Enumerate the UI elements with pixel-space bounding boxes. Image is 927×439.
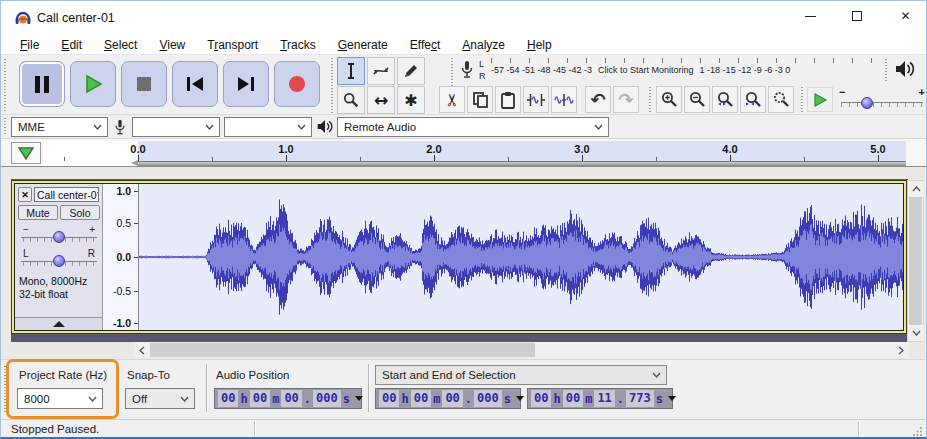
- record-button[interactable]: [274, 61, 320, 107]
- project-rate-label: Project Rate (Hz): [19, 369, 107, 381]
- menu-tracks[interactable]: Tracks: [269, 38, 327, 52]
- menu-view[interactable]: View: [148, 38, 196, 52]
- trim-audio-button[interactable]: [523, 86, 549, 113]
- waveform-area[interactable]: [139, 184, 903, 330]
- recording-device-icon: [113, 118, 127, 137]
- menu-analyze[interactable]: Analyze: [451, 38, 516, 52]
- scroll-down-button[interactable]: [908, 325, 924, 341]
- playback-device-dropdown[interactable]: Remote Audio: [337, 117, 609, 137]
- menu-select[interactable]: Select: [93, 38, 148, 52]
- audio-host-dropdown[interactable]: MME: [11, 117, 108, 137]
- draw-tool-button[interactable]: [397, 57, 425, 85]
- close-button[interactable]: ✕: [883, 1, 927, 31]
- pause-button[interactable]: [19, 61, 65, 107]
- play-at-speed-grip[interactable]: [801, 87, 803, 112]
- selection-tool-button[interactable]: [337, 57, 365, 85]
- project-rate-dropdown[interactable]: 8000: [17, 388, 103, 409]
- playback-speed-slider[interactable]: − +: [839, 86, 925, 112]
- track-name: Call center-0: [37, 189, 97, 201]
- pan-left-label: L: [23, 248, 29, 259]
- zoom-selection-button[interactable]: [712, 86, 738, 113]
- zoom-toggle-button[interactable]: [768, 86, 794, 113]
- device-toolbar-grip[interactable]: [4, 118, 6, 136]
- selection-toolbar: Project Rate (Hz) 8000 Snap-To Off Audio…: [1, 359, 926, 419]
- track-menu-button[interactable]: Call center-0: [34, 187, 99, 202]
- selection-end-field[interactable]: 00h 00m 11. 773s: [527, 388, 673, 409]
- envelope-tool-button[interactable]: [367, 57, 395, 85]
- gain-slider[interactable]: − +: [21, 224, 97, 246]
- pan-slider[interactable]: L R: [21, 248, 97, 270]
- redo-button[interactable]: ↷: [613, 86, 639, 113]
- zoom-toolbar-grip[interactable]: [649, 87, 651, 112]
- solo-button[interactable]: Solo: [60, 205, 100, 220]
- paste-button[interactable]: [495, 86, 521, 113]
- stop-button[interactable]: [121, 61, 167, 107]
- waveform-canvas[interactable]: [139, 184, 903, 330]
- scroll-left-button[interactable]: [134, 342, 150, 358]
- maximize-button[interactable]: [834, 1, 879, 31]
- copy-icon: [472, 91, 489, 108]
- meter-channel-labels: L R: [479, 58, 486, 82]
- quickplay-bar[interactable]: [138, 161, 906, 166]
- timeline-ruler[interactable]: 0.0 1.0 2.0 3.0 4.0 5.0: [43, 141, 906, 166]
- monitoring-hint[interactable]: Click to Start Monitoring: [595, 65, 697, 75]
- playback-meter-grip[interactable]: [885, 59, 887, 83]
- audio-position-field[interactable]: 00h 00m 00. 000s: [214, 388, 362, 409]
- recording-meter[interactable]: L R -57 -54 -51 -48 -45 -42 -3 Click to …: [457, 57, 877, 84]
- scroll-up-button[interactable]: [908, 181, 924, 197]
- horizontal-scrollbar[interactable]: [134, 342, 909, 358]
- zoom-in-button[interactable]: [656, 86, 682, 113]
- selection-toolbar-grip[interactable]: [4, 366, 6, 414]
- silence-audio-button[interactable]: [551, 86, 577, 113]
- scroll-right-button[interactable]: [893, 342, 909, 358]
- timefield-dropdown-icon[interactable]: [355, 396, 363, 401]
- menu-generate[interactable]: Generate: [327, 38, 399, 52]
- track-panel-area: ✕ Call center-0 Mute Solo − +: [1, 167, 926, 359]
- speed-slider-thumb[interactable]: [861, 97, 873, 109]
- horizontal-scroll-thumb[interactable]: [150, 343, 535, 357]
- menu-effect[interactable]: Effect: [399, 38, 451, 52]
- redo-icon: ↷: [618, 89, 633, 110]
- copy-button[interactable]: [467, 86, 493, 113]
- multi-tool-button[interactable]: ✱: [397, 86, 425, 114]
- menu-transport[interactable]: Transport: [196, 38, 269, 52]
- timeline-label: 5.0: [870, 143, 885, 155]
- resize-grip-icon[interactable]: [913, 426, 923, 436]
- tools-toolbar-grip[interactable]: [331, 58, 333, 113]
- gain-thumb[interactable]: [53, 231, 65, 243]
- mute-button[interactable]: Mute: [18, 205, 58, 220]
- selection-start-field[interactable]: 00h 00m 00. 000s: [375, 388, 521, 409]
- zoom-tool-button[interactable]: [337, 86, 365, 114]
- timefield-dropdown-icon[interactable]: [516, 396, 524, 401]
- skip-to-start-button[interactable]: [172, 61, 218, 107]
- cut-button[interactable]: ✂: [439, 86, 465, 113]
- vertical-scroll-thumb[interactable]: [909, 197, 922, 325]
- timeline-pin-button[interactable]: [11, 142, 41, 164]
- recording-device-dropdown[interactable]: [132, 117, 220, 137]
- play-button[interactable]: [70, 61, 116, 107]
- fit-project-button[interactable]: [740, 86, 766, 113]
- menu-edit[interactable]: Edit: [50, 38, 93, 52]
- transport-toolbar-grip[interactable]: [4, 59, 6, 111]
- timeshift-tool-button[interactable]: ↔: [367, 86, 395, 114]
- menu-file[interactable]: File: [9, 38, 50, 52]
- chevron-right-icon: [898, 346, 904, 355]
- track-close-button[interactable]: ✕: [18, 187, 32, 202]
- vertical-scrollbar[interactable]: [907, 180, 924, 342]
- vertical-ruler[interactable]: 1.0 0.5 0.0 -0.5 -1.0: [103, 184, 139, 330]
- zoom-out-button[interactable]: [684, 86, 710, 113]
- play-at-speed-button[interactable]: [807, 87, 833, 112]
- timefield-dropdown-icon[interactable]: [668, 396, 676, 401]
- skip-to-end-button[interactable]: [223, 61, 269, 107]
- snap-to-dropdown[interactable]: Off: [125, 388, 195, 409]
- minimize-button[interactable]: [788, 1, 833, 31]
- pan-thumb[interactable]: [53, 255, 65, 267]
- menu-help[interactable]: Help: [516, 38, 563, 52]
- selection-mode-dropdown[interactable]: Start and End of Selection: [375, 365, 667, 385]
- meter-scale-left: -57 -54 -51 -48 -45 -42 -3: [491, 65, 592, 75]
- undo-button[interactable]: ↶: [585, 86, 611, 113]
- recording-channels-dropdown[interactable]: [224, 117, 312, 137]
- track-collapse-button[interactable]: [15, 317, 102, 330]
- playback-meter[interactable]: [894, 59, 916, 83]
- audacity-logo-icon: [14, 9, 32, 27]
